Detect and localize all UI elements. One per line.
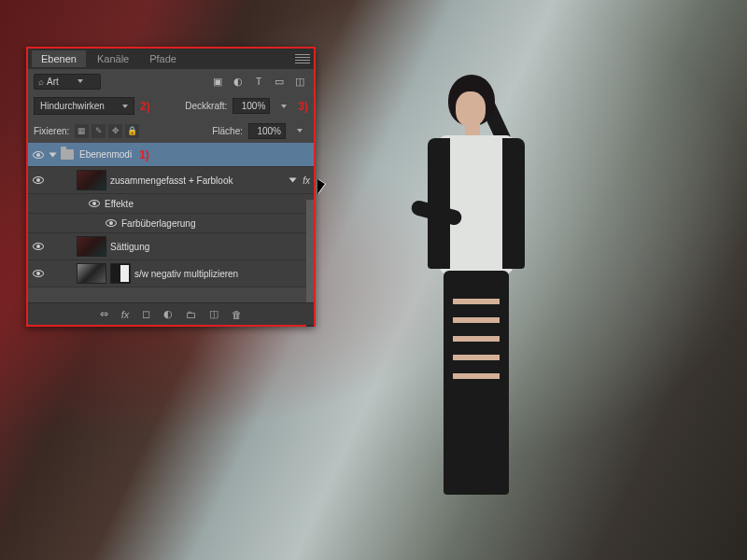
- photo-subject: [383, 75, 551, 504]
- filter-input[interactable]: [47, 77, 75, 87]
- fill-label: Fläche:: [212, 126, 243, 136]
- lock-position-icon[interactable]: ✥: [108, 124, 122, 138]
- tab-layers[interactable]: Ebenen: [32, 50, 86, 67]
- visibility-toggle[interactable]: [32, 148, 45, 161]
- layer-name: zusammengefasst + Farblook: [110, 175, 233, 186]
- eye-icon: [33, 243, 44, 250]
- layer-name: Ebenenmodi: [79, 149, 132, 160]
- annotation-3: 3): [298, 100, 308, 113]
- lock-row: Fixieren: ▦ ✎ ✥ 🔒 Fläche: 100%: [28, 119, 314, 143]
- layer-mask-icon[interactable]: ◻: [142, 308, 150, 320]
- layers-panel: Ebenen Kanäle Pfade ⌕ ▣ ◐ T ▭ ◫ Hindurch…: [26, 47, 316, 327]
- blend-row: Hindurchwirken 2) Deckkraft: 100% 3): [28, 93, 314, 119]
- fill-slider-icon[interactable]: [291, 122, 308, 139]
- filter-pixel-icon[interactable]: ▣: [209, 73, 226, 90]
- layer-style-icon[interactable]: fx: [121, 309, 130, 320]
- layer-group-ebenenmodi[interactable]: Ebenenmodi 1): [28, 143, 314, 167]
- opacity-value[interactable]: 100%: [233, 98, 270, 114]
- filter-type-dropdown[interactable]: ⌕: [34, 74, 101, 90]
- blend-mode-dropdown[interactable]: Hindurchwirken: [34, 97, 134, 115]
- layer-thumbnail: [77, 170, 106, 190]
- layer-thumbnail: [77, 263, 106, 284]
- opacity-slider-icon[interactable]: [275, 98, 292, 115]
- filter-row: ⌕ ▣ ◐ T ▭ ◫: [28, 69, 314, 93]
- visibility-toggle[interactable]: [105, 217, 118, 230]
- fill-value[interactable]: 100%: [248, 123, 286, 139]
- opacity-label: Deckkraft:: [185, 101, 227, 111]
- effect-name: Farbüberlagerung: [121, 218, 196, 229]
- layer-mask-thumbnail: [110, 263, 131, 284]
- link-layers-icon[interactable]: ⇔: [100, 308, 108, 320]
- filter-adjustment-icon[interactable]: ◐: [230, 73, 247, 90]
- scrollbar-thumb[interactable]: [306, 200, 314, 302]
- eye-icon: [33, 270, 44, 277]
- folder-icon: [61, 149, 74, 160]
- eye-icon: [89, 200, 100, 207]
- eye-icon: [33, 176, 44, 184]
- chevron-down-icon: [78, 79, 83, 83]
- visibility-toggle[interactable]: [32, 240, 45, 253]
- filter-shape-icon[interactable]: ▭: [271, 73, 288, 90]
- layer-saettigung[interactable]: Sättigung: [28, 233, 314, 260]
- effects-label: Effekte: [105, 199, 134, 209]
- layer-farblook[interactable]: zusammengefasst + Farblook fx: [28, 167, 314, 194]
- panel-menu-icon[interactable]: [295, 53, 310, 64]
- delete-layer-icon[interactable]: 🗑: [232, 309, 242, 320]
- blend-mode-value: Hindurchwirken: [40, 101, 105, 111]
- layer-name: Sättigung: [110, 242, 149, 252]
- lock-label: Fixieren:: [34, 126, 69, 136]
- panel-tabs: Ebenen Kanäle Pfade: [28, 49, 314, 69]
- filter-type-icon[interactable]: T: [250, 73, 267, 90]
- lock-all-icon[interactable]: 🔒: [125, 124, 139, 138]
- layers-list: Ebenenmodi 1) zusammengefasst + Farblook…: [28, 143, 314, 287]
- visibility-toggle[interactable]: [32, 267, 45, 280]
- fx-badge: fx: [303, 175, 310, 186]
- layer-thumbnail: [77, 236, 106, 257]
- disclosure-triangle-icon[interactable]: [49, 152, 57, 157]
- visibility-toggle[interactable]: [32, 174, 45, 187]
- layer-sw-negativ[interactable]: s/w negativ multiplizieren: [28, 260, 314, 287]
- tab-channels[interactable]: Kanäle: [88, 50, 138, 67]
- layer-effects-header[interactable]: Effekte: [28, 194, 314, 214]
- adjustment-layer-icon[interactable]: ◐: [163, 308, 173, 320]
- fx-disclosure-icon[interactable]: [289, 178, 297, 183]
- eye-icon: [106, 219, 117, 227]
- visibility-toggle[interactable]: [88, 197, 101, 210]
- lock-icons: ▦ ✎ ✥ 🔒: [75, 124, 139, 138]
- chevron-down-icon: [122, 105, 128, 108]
- annotation-1: 1): [139, 148, 149, 161]
- new-group-icon[interactable]: 🗀: [186, 309, 196, 320]
- layer-name: s/w negativ multiplizieren: [134, 269, 238, 279]
- search-icon: ⌕: [38, 77, 44, 87]
- annotation-2: 2): [140, 100, 150, 113]
- layer-effect-item[interactable]: Farbüberlagerung: [28, 214, 314, 233]
- eye-icon: [33, 151, 44, 159]
- lock-pixels-icon[interactable]: ✎: [92, 124, 106, 138]
- panel-footer: ⇔ fx ◻ ◐ 🗀 ◫ 🗑: [28, 302, 314, 325]
- filter-smart-icon[interactable]: ◫: [291, 73, 308, 90]
- new-layer-icon[interactable]: ◫: [209, 308, 218, 320]
- lock-transparency-icon[interactable]: ▦: [75, 124, 89, 138]
- tab-paths[interactable]: Pfade: [140, 50, 186, 67]
